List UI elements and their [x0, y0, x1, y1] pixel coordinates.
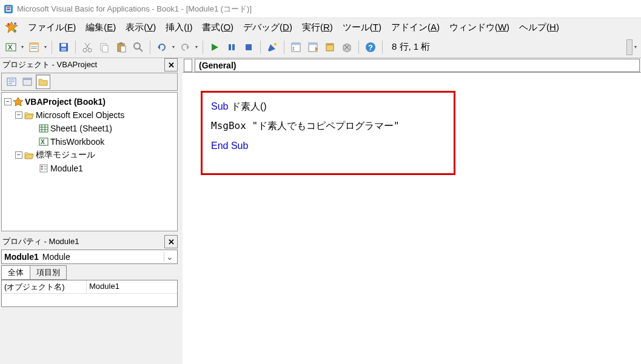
project-pane-title: プロジェクト - VBAProject — [2, 59, 97, 70]
svg-point-39 — [293, 49, 294, 50]
svg-rect-31 — [229, 44, 231, 50]
properties-object-type: Module — [42, 252, 70, 262]
menu-help[interactable]: ヘルプ(H) — [514, 19, 564, 36]
properties-tabs: 全体 項目別 — [1, 265, 178, 280]
property-key: (オブジェクト名) — [2, 280, 87, 293]
svg-rect-24 — [119, 42, 122, 44]
code-line[interactable]: Sub ド素人() — [211, 100, 445, 113]
tree-project-root[interactable]: − VBAProject (Book1) — [2, 95, 177, 108]
insert-module-button[interactable] — [26, 39, 42, 55]
svg-point-5 — [7, 23, 10, 25]
find-button[interactable] — [130, 39, 146, 55]
collapse-icon[interactable]: − — [15, 151, 22, 159]
menu-format[interactable]: 書式(O) — [197, 19, 238, 36]
svg-rect-2 — [7, 7, 10, 8]
view-code-button[interactable] — [4, 74, 19, 89]
redo-dropdown[interactable]: ▾ — [193, 44, 200, 50]
copy-button[interactable] — [96, 39, 112, 55]
toolbox-button[interactable] — [339, 39, 355, 55]
worksheet-icon — [38, 124, 49, 133]
undo-button[interactable] — [154, 39, 170, 55]
cut-button[interactable] — [79, 39, 95, 55]
properties-window-button[interactable] — [305, 39, 321, 55]
svg-line-20 — [85, 43, 89, 49]
toggle-folders-button[interactable] — [36, 74, 50, 89]
menu-tools[interactable]: ツール(T) — [338, 19, 386, 36]
menu-debug[interactable]: デバッグ(D) — [238, 19, 297, 36]
save-button[interactable] — [56, 39, 72, 55]
svg-rect-44 — [326, 44, 334, 45]
view-excel-dropdown[interactable]: ▾ — [19, 44, 25, 50]
project-icon — [13, 97, 24, 107]
code-line[interactable]: MsgBox "ド素人でもコピペプログラマー" — [211, 119, 445, 133]
svg-point-17 — [83, 48, 87, 52]
menu-addin[interactable]: アドイン(A) — [386, 19, 445, 36]
svg-rect-56 — [39, 125, 48, 132]
dropdown-icon[interactable]: ⌄ — [164, 252, 175, 262]
svg-rect-33 — [246, 44, 252, 50]
properties-object-selector[interactable]: Module1 Module ⌄ — [1, 250, 178, 264]
project-explorer-button[interactable] — [288, 39, 304, 55]
properties-pane-close-button[interactable]: ✕ — [164, 235, 178, 248]
properties-tab-categorized[interactable]: 項目別 — [30, 265, 67, 280]
property-row[interactable]: (オブジェクト名) Module1 — [2, 280, 177, 294]
help-button[interactable]: ? — [363, 39, 378, 55]
view-object-button[interactable] — [20, 74, 35, 89]
svg-rect-54 — [23, 78, 32, 80]
properties-grid[interactable]: (オブジェクト名) Module1 — [1, 280, 178, 307]
svg-rect-37 — [292, 43, 300, 45]
tree-excel-objects[interactable]: − Microsoft Excel Objects — [2, 108, 177, 122]
code-highlight-box: Sub ド素人() MsgBox "ド素人でもコピペプログラマー" End Su… — [201, 91, 455, 175]
menu-file[interactable]: ファイル(F) — [23, 19, 81, 36]
menu-edit[interactable]: 編集(E) — [81, 19, 121, 36]
tree-module1[interactable]: Module1 — [2, 162, 177, 175]
properties-object-name: Module1 — [4, 252, 39, 262]
view-excel-button[interactable]: X — [3, 39, 19, 55]
title-bar: Microsoft Visual Basic for Applications … — [0, 0, 641, 18]
collapse-icon[interactable]: − — [15, 111, 22, 119]
left-pane: プロジェクト - VBAProject ✕ − VBAProject (Book… — [0, 58, 179, 364]
tree-thisworkbook-label: ThisWorkbook — [49, 137, 104, 147]
toolbar-overflow[interactable]: ▾ — [633, 44, 639, 50]
redo-button[interactable] — [177, 39, 193, 55]
svg-marker-30 — [212, 44, 218, 51]
project-tree[interactable]: − VBAProject (Book1) − Microsoft Excel O… — [1, 92, 178, 231]
cursor-position: 8 行, 1 桁 — [386, 41, 436, 53]
menu-window[interactable]: ウィンドウ(W) — [445, 19, 514, 36]
object-browser-button[interactable] — [322, 39, 338, 55]
reset-button[interactable] — [241, 39, 257, 55]
code-editor[interactable]: Sub ド素人() MsgBox "ド素人でもコピペプログラマー" End Su… — [183, 73, 641, 364]
tree-thisworkbook[interactable]: X ThisWorkbook — [2, 135, 177, 148]
paste-button[interactable] — [113, 39, 129, 55]
svg-marker-34 — [268, 44, 275, 51]
run-button[interactable] — [207, 39, 223, 55]
svg-rect-41 — [309, 43, 317, 45]
code-line[interactable]: End Sub — [211, 139, 445, 153]
menu-bar: ファイル(F) 編集(E) 表示(V) 挿入(I) 書式(O) デバッグ(D) … — [0, 18, 641, 36]
undo-dropdown[interactable]: ▾ — [170, 44, 176, 50]
menu-insert[interactable]: 挿入(I) — [161, 19, 197, 36]
svg-point-38 — [293, 47, 294, 48]
project-pane-close-button[interactable]: ✕ — [164, 58, 178, 71]
vbe-icon — [5, 21, 18, 34]
project-toolbar — [1, 73, 178, 91]
svg-rect-3 — [7, 9, 10, 10]
toolbar-grip[interactable] — [626, 39, 633, 55]
properties-tab-all[interactable]: 全体 — [1, 265, 30, 280]
tree-excel-objects-label: Microsoft Excel Objects — [35, 110, 124, 120]
insert-module-dropdown[interactable]: ▾ — [42, 44, 49, 50]
object-box-handle[interactable] — [184, 59, 192, 72]
menu-view[interactable]: 表示(V) — [121, 19, 161, 36]
svg-text:X: X — [8, 44, 13, 51]
code-pane: (General) Sub ド素人() MsgBox "ド素人でもコピペプログラ… — [183, 58, 641, 364]
tree-std-modules[interactable]: − 標準モジュール — [2, 148, 177, 162]
property-value[interactable]: Module1 — [87, 280, 177, 293]
svg-point-18 — [88, 48, 92, 52]
design-mode-button[interactable] — [264, 39, 280, 55]
break-button[interactable] — [224, 39, 240, 55]
object-combo[interactable]: (General) — [195, 59, 640, 72]
collapse-icon[interactable]: − — [4, 98, 12, 105]
svg-rect-35 — [274, 42, 277, 46]
tree-sheet1[interactable]: Sheet1 (Sheet1) — [2, 122, 177, 135]
menu-run[interactable]: 実行(R) — [297, 19, 338, 36]
